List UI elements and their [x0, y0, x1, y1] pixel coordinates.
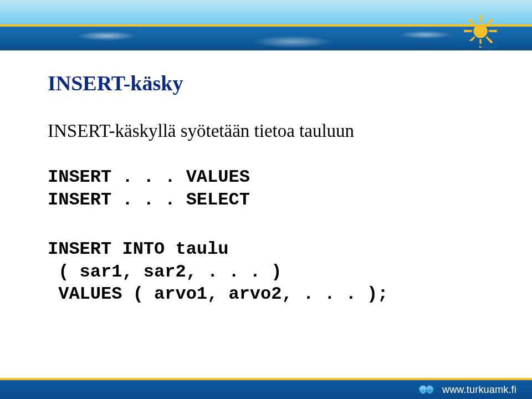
code-syntax: INSERT INTO taulu ( sar1, sar2, . . . ) …	[48, 238, 388, 306]
water-strip	[0, 27, 532, 50]
svg-marker-1	[485, 19, 493, 27]
top-banner	[0, 0, 532, 50]
globe-icon	[418, 383, 437, 396]
sky-strip	[0, 0, 532, 24]
slide: INSERT-käsky INSERT-käskyllä syötetään t…	[0, 0, 532, 399]
footer-url: www.turkuamk.fi	[442, 384, 516, 396]
slide-title: INSERT-käsky	[48, 71, 183, 95]
sun-logo-icon	[460, 12, 501, 53]
svg-marker-7	[468, 19, 475, 27]
svg-marker-2	[489, 30, 497, 32]
slide-subtitle: INSERT-käskyllä syötetään tietoa tauluun	[48, 121, 354, 141]
svg-marker-0	[479, 14, 482, 23]
svg-point-8	[473, 24, 487, 38]
code-variants: INSERT . . . VALUES INSERT . . . SELECT	[48, 166, 250, 211]
footer-bar: www.turkuamk.fi	[0, 380, 532, 399]
svg-marker-3	[485, 36, 493, 44]
svg-marker-6	[464, 30, 472, 32]
